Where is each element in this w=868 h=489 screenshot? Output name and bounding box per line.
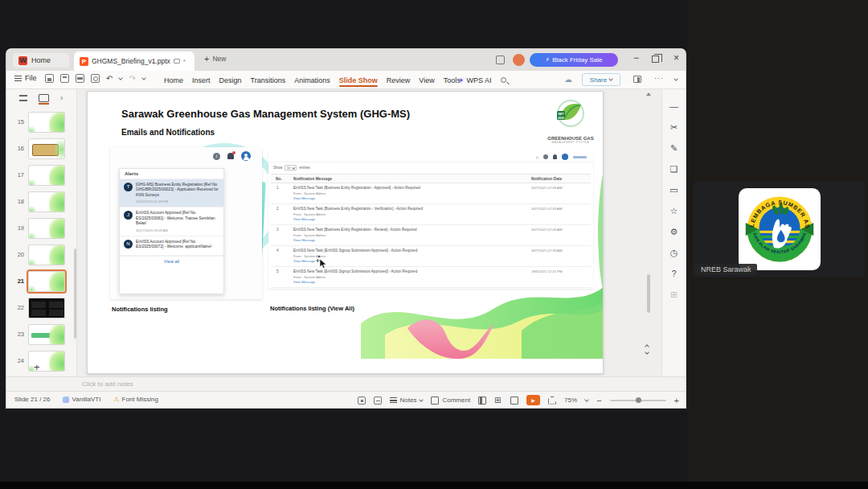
search-icon[interactable] (501, 77, 506, 83)
zoom-in-button[interactable]: + (674, 396, 679, 405)
slide-thumbnail[interactable] (28, 165, 65, 186)
toolbar-customize-chevron[interactable] (141, 76, 146, 80)
view-message-link[interactable]: View Message (293, 238, 531, 242)
sidebar-apps-icon[interactable]: ⊞ (662, 284, 686, 305)
reading-view-icon[interactable] (510, 397, 518, 405)
sidebar-settings-icon[interactable]: ⚙ (662, 221, 686, 242)
slide-thumbnail[interactable] (28, 271, 65, 292)
file-menu[interactable]: File (14, 74, 37, 82)
participant-video-tile[interactable]: LEMBAGA SUMBER ASLI DAN ALAM SEKITAR SAR… (693, 181, 865, 277)
slide-thumbnail-row[interactable]: 20 (6, 241, 74, 268)
zoom-level[interactable]: 75% (564, 397, 577, 404)
slide-thumbnail[interactable] (28, 244, 65, 265)
zoom-out-button[interactable]: − (596, 396, 601, 405)
zoom-chevron-icon[interactable] (584, 397, 589, 402)
add-slide-button[interactable]: + (34, 361, 40, 373)
new-tab-button[interactable]: + New (204, 54, 226, 64)
wps-home-tab[interactable]: W Home (13, 53, 69, 68)
start-from-slide-icon[interactable] (374, 397, 382, 405)
account-avatar[interactable] (513, 54, 525, 66)
slide-sorter-icon[interactable]: ⊞ (494, 397, 502, 405)
next-slide-icon[interactable] (645, 350, 649, 355)
save-icon[interactable] (45, 74, 54, 83)
normal-view-icon[interactable] (478, 397, 486, 405)
black-friday-sale-button[interactable]: ⚡ Black Friday Sale (530, 53, 618, 67)
slideshow-play-button[interactable]: ▶ (526, 395, 540, 405)
menu-tab[interactable]: Transitions (251, 73, 286, 88)
menu-tab[interactable]: View (419, 73, 434, 88)
print-icon[interactable] (76, 74, 84, 83)
sidebar-cut-icon[interactable]: ✂ (662, 117, 686, 138)
menu-tab[interactable]: Design (219, 73, 242, 88)
collapse-ribbon-chevron[interactable] (674, 76, 678, 81)
slide-thumbnail-row[interactable]: 22 (6, 294, 74, 321)
outline-view-icon[interactable] (19, 95, 27, 101)
scrollbar-thumb[interactable] (647, 274, 650, 313)
vertical-scrollbar[interactable] (643, 89, 654, 376)
slide-thumbnail-row[interactable]: 18 (6, 188, 74, 215)
menu-tab[interactable]: Review (387, 73, 411, 88)
menu-tab[interactable]: Home (164, 73, 183, 88)
sidebar-star-icon[interactable]: ☆ (662, 200, 686, 221)
wps-ai-button[interactable]: ✦ WPS AI (458, 76, 492, 84)
alert-item[interactable]: T [GHG-MS] Business Entity Registration … (120, 179, 223, 208)
side-panel-icon[interactable] (633, 76, 641, 83)
sidebar-history-icon[interactable]: ◷ (662, 242, 686, 263)
window-mode-icon[interactable] (496, 55, 505, 64)
view-message-link[interactable]: View Message (293, 196, 531, 200)
slide-thumbnail[interactable] (28, 191, 65, 212)
slide-page[interactable]: Sarawak Greenhouse Gas Management System… (87, 91, 604, 374)
slide-thumbnail-row[interactable]: 19 (6, 215, 74, 241)
slide-thumbnail-row[interactable]: 16 (6, 135, 74, 162)
notes-bar[interactable]: Click to add notes (6, 376, 686, 391)
undo-dropdown-chevron[interactable] (119, 76, 124, 80)
undo-icon[interactable]: ↶ (106, 74, 113, 83)
task-window-icon[interactable] (358, 397, 366, 405)
close-button[interactable]: × (674, 52, 679, 64)
slide-thumbnail-row[interactable]: 23 (6, 321, 74, 347)
sidebar-comment-icon[interactable]: ▭ (662, 179, 686, 200)
restore-button[interactable] (652, 55, 659, 63)
font-missing-warning[interactable]: ⚠ Font Missing (113, 396, 158, 403)
sidebar-help-icon[interactable]: ? (662, 263, 686, 284)
menu-tab[interactable]: Insert (192, 73, 211, 88)
fit-slide-icon[interactable] (548, 397, 556, 405)
zoom-slider-knob[interactable] (636, 397, 641, 403)
slide-thumbnail[interactable] (28, 138, 65, 159)
sidebar-shapes-icon[interactable]: ❏ (662, 158, 686, 179)
alert-item[interactable]: J EnViSS Account Approved [Ref No. ES/20… (120, 208, 223, 236)
view-message-link[interactable]: View Message (293, 280, 531, 284)
slide-thumbnail[interactable] (28, 112, 65, 133)
panel-collapse-icon[interactable]: › (60, 93, 63, 102)
sidebar-edit-icon[interactable]: ✎ (662, 138, 686, 158)
cloud-sync-icon[interactable]: ☁ (564, 75, 572, 84)
more-options-icon[interactable]: ··· (654, 74, 664, 82)
comment-toggle[interactable]: Comment (431, 397, 470, 405)
minimize-button[interactable]: − (633, 52, 639, 64)
slide-thumbnail-row[interactable]: 21 (6, 268, 74, 294)
notes-toggle[interactable]: Notes (390, 397, 424, 404)
view-message-link[interactable]: View Message (293, 217, 531, 221)
slide-thumbnail[interactable] (28, 324, 65, 345)
slide-thumbnail[interactable] (28, 298, 65, 318)
slide-navigation-buttons[interactable] (645, 345, 649, 354)
share-button[interactable]: Share (582, 73, 620, 86)
slide-view-icon[interactable] (39, 94, 49, 102)
document-tab[interactable]: P GHGMS_Briefing_v1.pptx * (74, 51, 194, 71)
menu-tab[interactable]: Animations (294, 73, 330, 88)
theme-indicator[interactable]: VanillaVTI (63, 396, 100, 403)
slide-thumbnail[interactable] (28, 218, 65, 239)
scroll-up-arrow[interactable] (646, 92, 651, 96)
sidebar-minimize-icon[interactable]: — (662, 96, 686, 117)
export-icon[interactable] (60, 74, 69, 83)
menu-tab[interactable]: Slide Show (339, 73, 378, 88)
alert-item[interactable]: N EnViSS Account Approved [Ref No. ES/20… (120, 236, 223, 256)
zoom-slider[interactable] (610, 395, 666, 405)
slide-thumbnail-row[interactable]: 24 (6, 347, 74, 374)
previous-slide-icon[interactable] (645, 344, 649, 349)
slide-thumbnail-row[interactable]: 15 (6, 109, 74, 135)
print-preview-icon[interactable] (91, 74, 100, 83)
panel-scrollbar[interactable] (74, 249, 76, 339)
view-message-link[interactable]: View Message (293, 259, 531, 263)
slide-thumbnail-row[interactable]: 17 (6, 162, 74, 188)
